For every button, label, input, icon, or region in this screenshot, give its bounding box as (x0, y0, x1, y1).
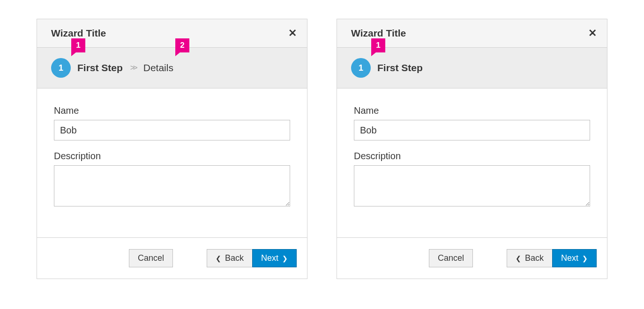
step-label-first[interactable]: First Step (377, 62, 423, 74)
step-number-badge[interactable]: 1 (351, 58, 371, 78)
back-button[interactable]: ❮Back (207, 249, 252, 267)
description-textarea[interactable] (354, 165, 590, 206)
wizard-body: Name Description (337, 88, 607, 237)
chevron-right-icon: ❯ (582, 255, 588, 262)
chevron-left-icon: ❮ (516, 255, 521, 262)
back-button[interactable]: ❮Back (507, 249, 552, 267)
annotation-callout-2: 2 (175, 38, 189, 52)
nav-button-group: ❮Back Next❯ (207, 249, 297, 267)
name-input[interactable] (354, 120, 590, 140)
wizard-steps: 1 1 First Step (337, 48, 607, 88)
annotation-callout-1: 1 (71, 38, 85, 52)
wizard-panel-left: Wizard Title ✕ 1 2 1 First Step >> Detai… (37, 19, 307, 279)
close-icon[interactable]: ✕ (288, 28, 297, 38)
step-label-first[interactable]: First Step (77, 62, 123, 74)
name-input[interactable] (54, 120, 290, 140)
step-label-details[interactable]: Details (143, 62, 173, 74)
back-label: Back (225, 253, 244, 263)
wizard-steps: 1 2 1 First Step >> Details (37, 48, 307, 88)
chevron-double-right-icon: >> (130, 63, 136, 73)
back-label: Back (525, 253, 544, 263)
description-textarea[interactable] (54, 165, 290, 206)
nav-button-group: ❮Back Next❯ (507, 249, 597, 267)
next-button[interactable]: Next❯ (252, 249, 297, 267)
cancel-label: Cancel (138, 253, 164, 263)
description-label: Description (54, 151, 290, 162)
wizard-footer: Cancel ❮Back Next❯ (337, 237, 607, 279)
wizard-panel-right: Wizard Title ✕ 1 1 First Step Name Descr… (337, 19, 607, 279)
name-label: Name (54, 105, 290, 116)
description-label: Description (354, 151, 590, 162)
field-group-name: Name (54, 105, 290, 140)
cancel-button[interactable]: Cancel (429, 249, 473, 267)
field-group-description: Description (354, 151, 590, 208)
annotation-callout-1: 1 (371, 38, 385, 52)
step-number-badge[interactable]: 1 (51, 58, 71, 78)
wizard-title: Wizard Title (351, 28, 406, 39)
chevron-right-icon: ❯ (282, 255, 288, 262)
field-group-description: Description (54, 151, 290, 208)
wizard-footer: Cancel ❮Back Next❯ (37, 237, 307, 279)
next-label: Next (561, 253, 578, 263)
chevron-left-icon: ❮ (216, 255, 221, 262)
wizard-title: Wizard Title (51, 28, 106, 39)
field-group-name: Name (354, 105, 590, 140)
name-label: Name (354, 105, 590, 116)
close-icon[interactable]: ✕ (588, 28, 597, 38)
wizard-body: Name Description (37, 88, 307, 237)
next-button[interactable]: Next❯ (552, 249, 597, 267)
next-label: Next (261, 253, 278, 263)
cancel-label: Cancel (438, 253, 464, 263)
cancel-button[interactable]: Cancel (129, 249, 173, 267)
